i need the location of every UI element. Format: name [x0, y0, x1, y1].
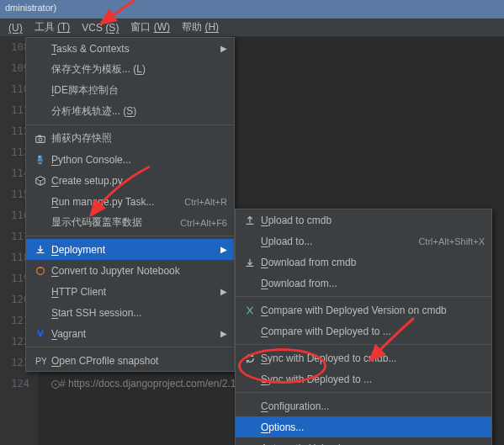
tools-item[interactable]: Run manage.py Task...Ctrl+Alt+R	[26, 191, 234, 212]
menu-item-label: Convert to Jupyter Notebook	[51, 265, 227, 277]
line-number: 124	[0, 373, 38, 395]
download-icon	[239, 257, 261, 268]
deployment-item[interactable]: Options...	[236, 416, 491, 437]
deployment-item[interactable]: Upload to...Ctrl+Alt+Shift+X	[236, 230, 491, 252]
menu-item-label: Deployment	[51, 244, 215, 256]
menu-item-label: 分析堆栈轨迹... (S)	[51, 104, 227, 119]
menu-item-label: Vagrant	[51, 328, 215, 340]
menu-item-label: Automatic Upload	[261, 442, 485, 446]
tools-item[interactable]: Create setup.py	[26, 170, 234, 191]
deployment-item[interactable]: Automatic Upload	[236, 437, 491, 445]
separator	[26, 347, 234, 347]
titlebar: dministrator)	[0, 0, 504, 19]
tools-item[interactable]: 显示代码覆盖率数据Ctrl+Alt+F6	[26, 212, 234, 233]
separator	[26, 124, 234, 125]
tools-item[interactable]: 保存文件为模板... (L)	[26, 59, 234, 80]
menu-item-label: Upload to cmdb	[261, 215, 485, 226]
deployment-item[interactable]: Upload to cmdb	[236, 209, 491, 230]
menu-item-label: HTTP Client	[51, 286, 215, 298]
tools-item[interactable]: Python Console...	[26, 149, 234, 170]
tools-item[interactable]: HTTP Client▶	[26, 281, 234, 302]
menu-item-label: Run manage.py Task...	[51, 196, 178, 208]
menu-item-label: Create setup.py	[51, 175, 227, 187]
menu-u[interactable]: (U)	[3, 20, 28, 35]
menu-item-label: Configuration...	[261, 400, 485, 412]
tools-item[interactable]: Convert to Jupyter Notebook	[26, 260, 234, 281]
menu-item-label: Download from cmdb	[261, 257, 485, 268]
vagrant-icon	[29, 328, 51, 340]
ide-window: dministrator) (U) 工具 (T) VCS (S) 窗口 (W) …	[0, 0, 504, 445]
breakpoint-icon	[51, 380, 60, 389]
menu-item-label: Open CProfile snapshot	[51, 355, 227, 367]
shortcut: Ctrl+Alt+R	[184, 197, 227, 207]
submenu-arrow-icon: ▶	[220, 287, 227, 296]
tools-item[interactable]: 捕获内存快照	[26, 128, 234, 149]
menu-item-label: Tasks & Contexts	[51, 43, 215, 55]
submenu-arrow-icon: ▶	[220, 44, 227, 53]
package-icon	[29, 175, 51, 187]
menu-window[interactable]: 窗口 (W)	[125, 19, 175, 36]
deployment-item[interactable]: Compare with Deployed Version on cmdb	[236, 299, 491, 321]
menu-vcs[interactable]: VCS (S)	[77, 20, 124, 35]
separator	[236, 344, 491, 345]
menu-tools[interactable]: 工具 (T)	[29, 19, 76, 36]
separator	[236, 296, 491, 297]
tools-item[interactable]: Tasks & Contexts▶	[26, 38, 234, 59]
jupyter-icon	[29, 265, 51, 277]
deploy-icon	[29, 244, 51, 256]
svg-text:PY: PY	[35, 355, 46, 365]
tools-item[interactable]: Vagrant▶	[26, 323, 234, 344]
tools-item[interactable]: Deployment▶	[26, 239, 234, 260]
menu-item-label: IDE脚本控制台	[51, 83, 227, 98]
compare-icon	[239, 305, 261, 316]
menu-item-label: Upload to...	[261, 236, 411, 247]
svg-point-3	[39, 156, 40, 157]
deployment-item[interactable]: Configuration...	[236, 395, 491, 416]
separator	[26, 236, 234, 236]
menu-item-label: Sync with Deployed to cmdb...	[261, 352, 485, 364]
menu-item-label: 显示代码覆盖率数据	[51, 215, 173, 230]
svg-point-1	[39, 137, 42, 140]
menubar: (U) 工具 (T) VCS (S) 窗口 (W) 帮助 (H)	[0, 19, 504, 37]
shortcut: Ctrl+Alt+F6	[180, 218, 227, 228]
menu-item-label: Start SSH session...	[51, 307, 227, 319]
camera-icon	[29, 133, 51, 145]
tools-item[interactable]: 分析堆栈轨迹... (S)	[26, 101, 234, 122]
deployment-item[interactable]: Compare with Deployed to ...	[236, 321, 491, 342]
tools-item[interactable]: PYOpen CProfile snapshot	[26, 350, 234, 371]
menu-help[interactable]: 帮助 (H)	[177, 19, 224, 36]
shortcut: Ctrl+Alt+Shift+X	[418, 236, 485, 246]
menu-item-label: Download from...	[261, 278, 485, 289]
py-icon: PY	[29, 355, 51, 367]
submenu-arrow-icon: ▶	[220, 329, 227, 338]
tools-menu: Tasks & Contexts▶保存文件为模板... (L)IDE脚本控制台分…	[25, 37, 235, 372]
deployment-item[interactable]: Download from cmdb	[236, 252, 491, 273]
menu-item-label: Options...	[261, 421, 485, 433]
deployment-item[interactable]: Download from...	[236, 273, 491, 294]
deployment-submenu: Upload to cmdbUpload to...Ctrl+Alt+Shift…	[235, 209, 492, 445]
menu-item-label: 保存文件为模板... (L)	[51, 62, 227, 77]
tools-item[interactable]: IDE脚本控制台	[26, 80, 234, 101]
tools-item[interactable]: Start SSH session...	[26, 302, 234, 323]
svg-point-5	[40, 267, 41, 268]
deployment-item[interactable]: Sync with Deployed to cmdb...	[236, 347, 491, 368]
submenu-arrow-icon: ▶	[220, 245, 227, 254]
sync-icon	[239, 352, 261, 364]
menu-item-label: Compare with Deployed to ...	[261, 326, 485, 337]
deployment-item[interactable]: Sync with Deployed to ...	[236, 368, 491, 389]
svg-rect-2	[38, 135, 41, 136]
separator	[236, 392, 491, 393]
menu-item-label: Python Console...	[51, 154, 227, 166]
menu-item-label: 捕获内存快照	[51, 131, 227, 146]
upload-icon	[239, 215, 261, 226]
menu-item-label: Compare with Deployed Version on cmdb	[261, 305, 485, 316]
menu-item-label: Sync with Deployed to ...	[261, 373, 485, 385]
python-icon	[29, 154, 51, 166]
